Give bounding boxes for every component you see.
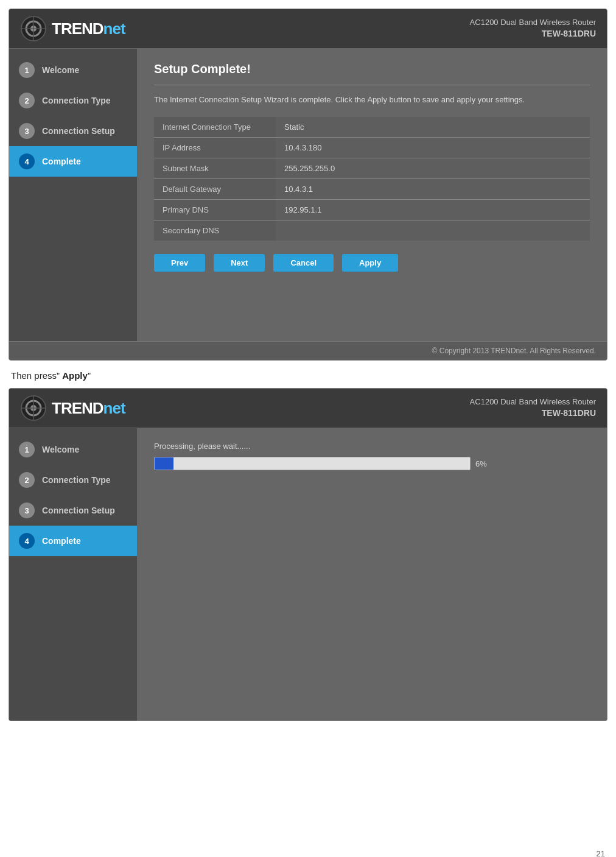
step-num-1a: 1 — [19, 62, 35, 78]
sidebar-item-welcome2[interactable]: 1 Welcome — [9, 434, 137, 465]
progress-bar-bg — [154, 457, 471, 470]
table-row: Secondary DNS — [154, 220, 590, 241]
next-button[interactable]: Next — [214, 254, 265, 272]
sidebar-item-connection-setup2[interactable]: 3 Connection Setup — [9, 495, 137, 526]
sidebar-item-complete2[interactable]: 4 Complete — [9, 526, 137, 556]
model2: TEW-811DRU — [470, 407, 596, 420]
sidebar-label-conntype2: Connection Type — [42, 475, 111, 485]
apply-button[interactable]: Apply — [342, 254, 398, 272]
sidebar-label-complete1: Complete — [42, 157, 81, 166]
apply-emphasis: Apply — [62, 370, 88, 381]
table-label-gateway: Default Gateway — [154, 178, 276, 199]
settings-table: Internet Connection Type Static IP Addre… — [154, 117, 590, 241]
sidebar-item-connection-type1[interactable]: 2 Connection Type — [9, 85, 137, 116]
trendnet-logo-icon — [20, 15, 47, 42]
progress-pct: 6% — [475, 459, 487, 468]
header2: TRENDnet AC1200 Dual Band Wireless Route… — [9, 389, 607, 428]
setup-desc: The Internet Connection Setup Wizard is … — [154, 94, 590, 106]
logo2: TRENDnet — [20, 395, 125, 421]
table-row: Default Gateway 10.4.3.1 — [154, 178, 590, 199]
table-row: IP Address 10.4.3.180 — [154, 137, 590, 158]
table-label-primary-dns: Primary DNS — [154, 199, 276, 220]
sidebar-label-welcome1: Welcome — [42, 65, 79, 75]
between-text: Then press” Apply” — [0, 361, 616, 388]
sidebar-label-connsetup2: Connection Setup — [42, 506, 115, 515]
progress-wrapper: 6% — [154, 457, 590, 470]
table-label-conn-type: Internet Connection Type — [154, 117, 276, 138]
trendnet-logo-icon2 — [20, 395, 47, 421]
table-label-secondary-dns: Secondary DNS — [154, 220, 276, 241]
main1: 1 Welcome 2 Connection Type 3 Connection… — [9, 49, 607, 341]
sidebar-label-welcome2: Welcome — [42, 445, 79, 454]
panel-footer1: © Copyright 2013 TRENDnet. All Rights Re… — [9, 341, 607, 360]
header-product1: AC1200 Dual Band Wireless Router TEW-811… — [470, 17, 596, 40]
product-line2: AC1200 Dual Band Wireless Router — [470, 397, 596, 407]
page-number: 21 — [597, 849, 605, 857]
logo-text1: TRENDnet — [52, 19, 125, 38]
table-value-ip: 10.4.3.180 — [276, 137, 590, 158]
table-label-subnet: Subnet Mask — [154, 158, 276, 178]
divider1 — [154, 85, 590, 85]
sidebar1: 1 Welcome 2 Connection Type 3 Connection… — [9, 49, 137, 341]
content-area1: Setup Complete! The Internet Connection … — [137, 49, 607, 341]
step-num-1b: 1 — [19, 442, 35, 457]
table-value-primary-dns: 192.95.1.1 — [276, 199, 590, 220]
processing-label: Processing, please wait...... — [154, 442, 590, 451]
table-row: Subnet Mask 255.255.255.0 — [154, 158, 590, 178]
model1: TEW-811DRU — [470, 28, 596, 40]
table-value-conn-type: Static — [276, 117, 590, 138]
sidebar-item-welcome1[interactable]: 1 Welcome — [9, 55, 137, 85]
sidebar-item-connection-setup1[interactable]: 3 Connection Setup — [9, 116, 137, 146]
cancel-button[interactable]: Cancel — [273, 254, 334, 272]
main2: 1 Welcome 2 Connection Type 3 Connection… — [9, 428, 607, 721]
step-num-3b: 3 — [19, 503, 35, 518]
table-value-subnet: 255.255.255.0 — [276, 158, 590, 178]
header-product2: AC1200 Dual Band Wireless Router TEW-811… — [470, 397, 596, 420]
step-num-4a: 4 — [19, 153, 35, 169]
table-value-secondary-dns — [276, 220, 590, 241]
table-label-ip: IP Address — [154, 137, 276, 158]
sidebar-item-connection-type2[interactable]: 2 Connection Type — [9, 465, 137, 495]
table-row: Primary DNS 192.95.1.1 — [154, 199, 590, 220]
sidebar-item-complete1[interactable]: 4 Complete — [9, 146, 137, 177]
logo1: TRENDnet — [20, 15, 125, 42]
processing-content: Processing, please wait...... 6% — [137, 428, 607, 721]
product-line1: AC1200 Dual Band Wireless Router — [470, 17, 596, 28]
step-num-2b: 2 — [19, 472, 35, 488]
logo-text2: TRENDnet — [52, 399, 125, 418]
footer-text1: © Copyright 2013 TRENDnet. All Rights Re… — [432, 347, 596, 355]
step-num-3a: 3 — [19, 123, 35, 139]
step-num-2a: 2 — [19, 93, 35, 108]
step-num-4b: 4 — [19, 533, 35, 549]
sidebar2: 1 Welcome 2 Connection Type 3 Connection… — [9, 428, 137, 721]
table-value-gateway: 10.4.3.1 — [276, 178, 590, 199]
sidebar-label-connsetup1: Connection Setup — [42, 126, 115, 136]
panel1: TRENDnet AC1200 Dual Band Wireless Route… — [9, 9, 607, 361]
table-row: Internet Connection Type Static — [154, 117, 590, 138]
setup-title: Setup Complete! — [154, 62, 590, 76]
button-row1: Prev Next Cancel Apply — [154, 254, 590, 272]
prev-button[interactable]: Prev — [154, 254, 205, 272]
progress-bar-fill — [155, 457, 173, 470]
sidebar-label-complete2: Complete — [42, 536, 81, 546]
panel2: TRENDnet AC1200 Dual Band Wireless Route… — [9, 388, 607, 721]
header1: TRENDnet AC1200 Dual Band Wireless Route… — [9, 9, 607, 49]
sidebar-label-conntype1: Connection Type — [42, 96, 111, 105]
